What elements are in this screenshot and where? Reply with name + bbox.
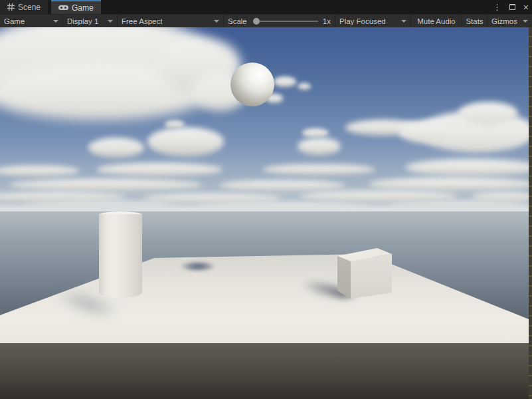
foreground-ground [0, 343, 532, 399]
game-render-viewport[interactable] [0, 27, 532, 399]
viewport-right-edge [529, 27, 532, 399]
aspect-ratio-label: Free Aspect [122, 17, 162, 25]
cloud [369, 178, 532, 191]
cloud [472, 192, 532, 201]
tab-game[interactable]: Game [51, 0, 101, 14]
chevron-down-icon [523, 20, 528, 23]
sphere-shadow [180, 261, 216, 272]
cloud [458, 102, 518, 124]
grid-icon [7, 3, 15, 11]
view-target-label: Game [4, 17, 25, 25]
stats-label: Stats [466, 17, 483, 25]
window-controls: ⋮ × [493, 0, 529, 14]
cloud [298, 83, 311, 90]
cloud [274, 76, 296, 87]
cloud [405, 159, 532, 176]
cloud [299, 191, 458, 201]
panel-tab-bar: Scene Game ⋮ × [0, 0, 532, 14]
cube [337, 248, 392, 299]
scale-value: 1x [323, 17, 331, 25]
cloud [165, 120, 185, 128]
aspect-ratio-dropdown[interactable]: Free Aspect [118, 15, 224, 27]
cloud [389, 201, 528, 208]
game-view-toolbar: Game Display 1 Free Aspect Scale 1x Play… [0, 14, 532, 27]
close-icon[interactable]: × [523, 3, 529, 12]
scale-control: Scale 1x [224, 15, 335, 27]
mute-audio-label: Mute Audio [417, 17, 456, 25]
gizmos-label: Gizmos [491, 17, 517, 25]
sphere [230, 63, 274, 106]
cloud [96, 163, 222, 176]
cloud [302, 128, 329, 138]
play-focused-label: Play Focused [339, 17, 386, 25]
cloud [219, 180, 345, 191]
mute-audio-button[interactable]: Mute Audio [411, 15, 462, 27]
cloud [23, 201, 176, 208]
cloud [88, 138, 144, 158]
scale-slider[interactable] [253, 18, 318, 25]
cloud [147, 127, 224, 156]
display-dropdown[interactable]: Display 1 [63, 15, 118, 27]
chevron-down-icon [53, 20, 58, 23]
stats-button[interactable]: Stats [462, 15, 488, 27]
cylinder [99, 214, 142, 298]
display-label: Display 1 [67, 17, 98, 25]
chevron-down-icon [214, 20, 219, 23]
cloud [399, 120, 452, 143]
scale-label: Scale [228, 17, 247, 25]
cloud [10, 179, 203, 191]
play-focused-dropdown[interactable]: Play Focused [335, 15, 411, 27]
gamepad-icon [58, 5, 68, 11]
scale-slider-knob[interactable] [253, 18, 260, 25]
maximize-icon[interactable] [509, 4, 515, 10]
chevron-down-icon [108, 20, 113, 23]
cloud [196, 203, 369, 209]
tab-scene-label: Scene [18, 3, 41, 12]
cloud [143, 194, 282, 203]
tab-game-label: Game [72, 3, 94, 13]
kebab-menu-icon[interactable]: ⋮ [493, 3, 501, 11]
cloud [262, 164, 375, 175]
tab-scene[interactable]: Scene [0, 0, 48, 14]
gizmos-dropdown[interactable]: Gizmos [488, 15, 532, 27]
view-target-dropdown[interactable]: Game [0, 15, 63, 27]
chevron-down-icon [401, 20, 406, 23]
scale-slider-track[interactable] [260, 21, 318, 22]
cloud [298, 138, 341, 155]
